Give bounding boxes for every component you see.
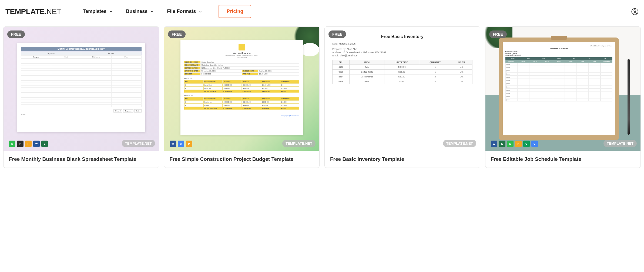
header: TEMPLATE.NET Templates Business File For… — [0, 0, 644, 23]
free-badge: FREE — [7, 30, 25, 38]
format-icons: NPPWE — [9, 141, 48, 147]
template-title: Free Basic Inventory Template — [325, 151, 480, 168]
logo-suffix: .NET — [45, 7, 61, 16]
pages-icon: P — [515, 141, 522, 147]
template-preview: FREE Max Builder Co 2409 Brannan Avenue,… — [164, 27, 320, 151]
template-title: Free Simple Construction Project Budget … — [164, 151, 320, 168]
nav-business[interactable]: Business — [126, 9, 154, 14]
template-grid: FREE MONTHLY BUSINESS BLANK SPREADSHEET … — [0, 23, 644, 171]
word-icon: W — [170, 141, 176, 147]
chevron-down-icon — [109, 10, 113, 13]
template-card[interactable]: FREE Free Basic Inventory Date: March 15… — [324, 26, 480, 168]
logo[interactable]: TEMPLATE.NET — [5, 7, 61, 16]
template-preview: FREE MONTHLY BUSINESS BLANK SPREADSHEET … — [4, 27, 159, 151]
numbers-icon: N — [507, 141, 514, 147]
numbers-icon: N — [9, 141, 15, 147]
gdocs-icon: G — [178, 141, 184, 147]
watermark: TEMPLATE.NET — [282, 140, 316, 147]
watermark: TEMPLATE.NET — [603, 140, 637, 147]
gsheets-icon: G — [523, 141, 530, 147]
nav-label: Templates — [83, 9, 107, 14]
gdocs-icon: G — [531, 141, 538, 147]
template-preview: FREE Free Basic Inventory Date: March 15… — [325, 27, 480, 151]
pdf-icon: P — [17, 141, 24, 147]
preview-document: West Shire Development Corp. Job Schedul… — [503, 42, 615, 135]
pen-decoration — [628, 59, 630, 135]
doc-heading: MONTHLY BUSINESS BLANK SPREADSHEET — [21, 47, 142, 51]
pages-icon: P — [25, 141, 32, 147]
chevron-down-icon — [150, 10, 154, 13]
nav-label: File Formats — [167, 9, 196, 14]
free-badge: FREE — [328, 30, 346, 38]
template-card[interactable]: FREE West Shire Development Corp. Job Sc… — [485, 26, 641, 168]
word-icon: W — [33, 141, 40, 147]
template-title: Free Monthly Business Blank Spreadsheet … — [4, 151, 159, 168]
word-icon: W — [491, 141, 497, 147]
user-icon[interactable] — [631, 8, 639, 15]
pages-icon: P — [186, 141, 192, 147]
logo-main: TEMPLATE — [5, 7, 45, 16]
clipboard: West Shire Development Corp. Job Schedul… — [499, 38, 619, 140]
nav: Templates Business File Formats Pricing — [83, 5, 251, 18]
pricing-button[interactable]: Pricing — [219, 5, 251, 18]
free-badge: FREE — [168, 30, 186, 38]
nav-file-formats[interactable]: File Formats — [167, 9, 202, 14]
excel-icon: E — [499, 141, 505, 147]
svg-point-1 — [634, 9, 636, 11]
nav-label: Business — [126, 9, 147, 14]
template-title: Free Editable Job Schedule Template — [485, 151, 641, 168]
watermark: TEMPLATE.NET — [443, 140, 476, 147]
preview-document: MONTHLY BUSINESS BLANK SPREADSHEET Expen… — [17, 43, 145, 132]
chevron-down-icon — [199, 10, 202, 13]
watermark: TEMPLATE.NET — [122, 140, 155, 147]
preview-document: Free Basic Inventory Date: March 15, 202… — [327, 29, 477, 148]
template-card[interactable]: FREE Max Builder Co 2409 Brannan Avenue,… — [164, 26, 320, 168]
free-badge: FREE — [489, 30, 507, 38]
template-card[interactable]: FREE MONTHLY BUSINESS BLANK SPREADSHEET … — [3, 26, 159, 168]
nav-templates[interactable]: Templates — [83, 9, 113, 14]
format-icons: WENPGG — [491, 141, 538, 147]
excel-icon: E — [41, 141, 48, 147]
format-icons: WGP — [170, 141, 192, 147]
preview-document: Max Builder Co 2409 Brannan Avenue, Jack… — [180, 40, 303, 135]
template-preview: FREE West Shire Development Corp. Job Sc… — [485, 27, 641, 151]
